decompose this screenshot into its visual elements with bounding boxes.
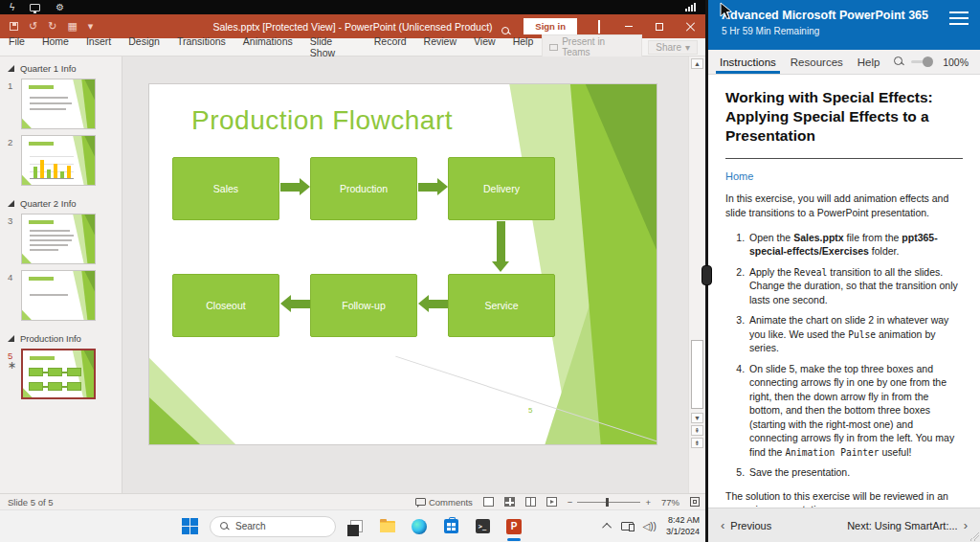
flow-arrow-left-1[interactable]: [429, 300, 448, 308]
slide-counter: Slide 5 of 5: [0, 497, 54, 508]
maximize-button[interactable]: [644, 14, 675, 38]
vm-toolbar: ϟ ⚙: [0, 0, 705, 14]
flow-arrow-right-1[interactable]: [280, 183, 300, 192]
flow-arrow-down[interactable]: [497, 221, 505, 261]
outro-paragraph: The solution to this exercise will be re…: [725, 489, 963, 508]
share-button[interactable]: Share ▾: [648, 40, 698, 55]
display-icon[interactable]: [30, 4, 40, 11]
status-right: Comments − + 77%: [415, 497, 705, 508]
volume-icon[interactable]: ◁)): [643, 521, 657, 531]
section-header[interactable]: Quarter 2 Info: [0, 192, 122, 212]
panel-header: Advanced Microsoft PowerPoint 365 5 Hr 5…: [708, 0, 980, 50]
panel-divider-handle[interactable]: [702, 265, 712, 285]
present-in-teams-label: Present in Teams: [562, 36, 635, 57]
panel-tab-bar: 100% InstructionsResourcesHelp: [708, 50, 980, 75]
slide-number: 3: [0, 214, 21, 264]
flowchart-box-follow-up[interactable]: Follow-up: [310, 274, 417, 337]
fit-slide-icon[interactable]: [690, 497, 700, 507]
previous-slide-icon[interactable]: ⇞: [691, 425, 703, 436]
section-header[interactable]: Production Info: [0, 327, 122, 347]
flow-arrow-left-2[interactable]: [291, 300, 310, 308]
titlebar-controls: Sign in: [487, 14, 705, 38]
panel-tab-instructions[interactable]: Instructions: [720, 50, 776, 74]
slide-thumbnail-row: 4: [0, 270, 122, 321]
slide-canvas[interactable]: Production Flowchart SalesProductionDeli…: [149, 84, 657, 444]
flow-arrow-right-2[interactable]: [418, 183, 437, 192]
panel-zoom-out-icon[interactable]: [894, 56, 897, 67]
resize-grip[interactable]: [969, 531, 979, 541]
file-explorer-button[interactable]: [376, 515, 399, 538]
animation-star-icon: ∗: [8, 361, 21, 369]
zoom-slider[interactable]: [577, 502, 640, 503]
taskbar-apps: Search >_ P: [178, 510, 525, 542]
slide-thumbnail-row: 2: [0, 135, 122, 186]
panel-tab-help[interactable]: Help: [858, 50, 880, 74]
slide-sorter-icon[interactable]: [504, 497, 515, 507]
flowchart-box-closeout[interactable]: Closeout: [172, 274, 279, 337]
panel-tab-resources[interactable]: Resources: [791, 50, 843, 74]
flowchart-box-production[interactable]: Production: [310, 157, 417, 220]
scroll-up-icon[interactable]: ▲: [691, 58, 703, 69]
quick-access-toolbar: ↺ ↻ ▦ ▾: [0, 20, 93, 33]
minimize-button[interactable]: [613, 14, 644, 38]
task-view-button[interactable]: [345, 515, 368, 538]
scrollbar-thumb[interactable]: [691, 340, 703, 409]
panel-zoom-slider[interactable]: [911, 60, 928, 63]
slide-thumbnail-2[interactable]: [21, 135, 96, 186]
start-button[interactable]: [178, 515, 201, 538]
previous-button[interactable]: ‹ Previous: [721, 518, 771, 532]
vm-viewport: ϟ ⚙ Sales.pptx [Protected View] - PowerP…: [0, 0, 705, 542]
exercise-step: On slide 5, make the top three boxes and…: [747, 362, 963, 459]
flowchart-box-delivery[interactable]: Delivery: [448, 157, 555, 220]
flowchart-box-service[interactable]: Service: [448, 274, 555, 337]
start-presentation-icon[interactable]: ▦: [67, 20, 77, 33]
sign-in-button[interactable]: Sign in: [523, 18, 577, 34]
slide-thumbnail-3[interactable]: [21, 214, 96, 264]
comments-button[interactable]: Comments: [415, 497, 473, 508]
customize-qat-icon[interactable]: ▾: [88, 20, 94, 33]
powerpoint-button[interactable]: P: [502, 515, 525, 538]
edge-browser-button[interactable]: [408, 515, 431, 538]
undo-icon[interactable]: ↺: [29, 20, 37, 33]
taskbar-clock[interactable]: 8:42 AM 3/1/2024: [666, 515, 700, 537]
exercise-step: Animate the chart on slide 2 in whatever…: [747, 313, 963, 354]
zoom-level[interactable]: 77%: [661, 497, 679, 508]
normal-view-icon[interactable]: [483, 497, 494, 507]
redo-icon[interactable]: ↻: [48, 20, 56, 33]
panel-footer: ‹ Previous Next: Using SmartArt:... ›: [708, 508, 980, 542]
slide-thumbnail-4[interactable]: [21, 270, 96, 321]
section-header[interactable]: Quarter 1 Info: [0, 56, 122, 77]
slide-number: 4: [0, 270, 21, 321]
chevron-left-icon: ‹: [721, 518, 724, 532]
settings-gear-icon[interactable]: ⚙: [56, 3, 64, 12]
taskbar-search[interactable]: Search: [210, 516, 336, 537]
section-label: Quarter 1 Info: [20, 63, 77, 74]
slideshow-icon[interactable]: [546, 497, 557, 507]
zoom-out-icon[interactable]: −: [568, 497, 573, 508]
next-button[interactable]: Next: Using SmartArt:... ›: [847, 518, 968, 532]
power-icon[interactable]: ϟ: [10, 3, 14, 12]
scroll-down-icon[interactable]: ▼: [691, 413, 703, 423]
slider-thumb[interactable]: [923, 56, 933, 67]
cast-device-icon[interactable]: [621, 522, 634, 531]
exercise-steps: Open the Sales.pptx file from the ppt365…: [747, 231, 963, 480]
slide-thumbnail-5[interactable]: [21, 349, 96, 399]
terminal-button[interactable]: >_: [471, 515, 494, 538]
home-link[interactable]: Home: [725, 170, 963, 182]
reading-view-icon[interactable]: [525, 497, 536, 507]
save-icon[interactable]: [10, 22, 18, 31]
next-slide-icon[interactable]: ⇟: [691, 438, 703, 448]
ppt-workspace: Quarter 1 Info12Quarter 2 Info34Producti…: [0, 56, 705, 493]
instructions-panel: Advanced Microsoft PowerPoint 365 5 Hr 5…: [708, 0, 980, 542]
close-button[interactable]: [675, 14, 705, 38]
tray-overflow-icon[interactable]: [602, 523, 612, 532]
ribbon-display-options-icon[interactable]: [585, 21, 613, 33]
flowchart-box-sales[interactable]: Sales: [172, 157, 279, 220]
hamburger-menu-icon[interactable]: [949, 11, 969, 25]
zoom-in-icon[interactable]: +: [645, 497, 651, 508]
microsoft-store-button[interactable]: [439, 515, 462, 538]
mouse-cursor: [720, 2, 733, 21]
slide-thumbnail-1[interactable]: [21, 79, 96, 129]
slide-title[interactable]: Production Flowchart: [191, 105, 453, 136]
course-title: Advanced Microsoft PowerPoint 365: [722, 9, 967, 22]
